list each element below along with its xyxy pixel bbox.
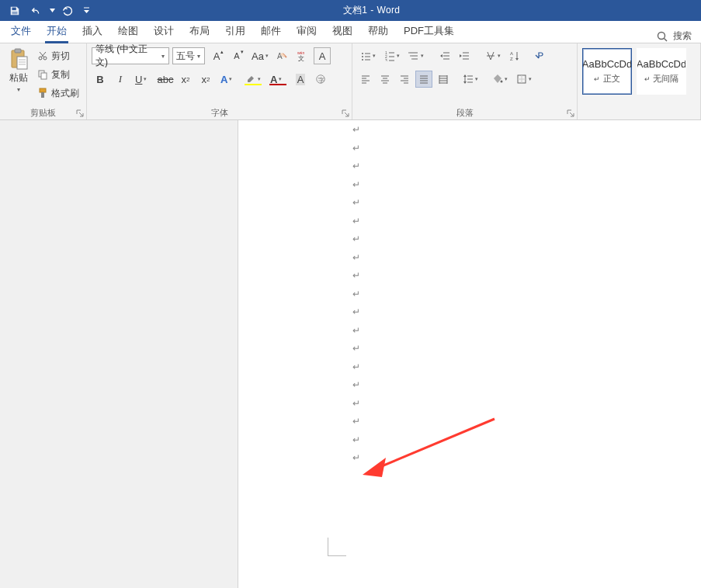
- strikethrough-button[interactable]: abc: [157, 71, 174, 88]
- tab-home[interactable]: 开始: [39, 19, 75, 43]
- paragraph-mark-icon: ↵: [352, 453, 360, 462]
- copy-button[interactable]: 复制: [37, 67, 79, 82]
- tab-references[interactable]: 引用: [217, 19, 253, 43]
- svg-text:3: 3: [385, 58, 387, 61]
- copy-label: 复制: [51, 68, 70, 81]
- sort-button[interactable]: AZ: [506, 47, 528, 64]
- style-normal[interactable]: AaBbCcDd ↵ 正文: [582, 48, 632, 95]
- save-button[interactable]: [5, 2, 25, 19]
- font-group-label: 字体: [211, 107, 228, 119]
- font-color-button[interactable]: A▾: [267, 71, 289, 88]
- undo-dropdown[interactable]: [48, 9, 56, 12]
- change-case-button[interactable]: Aa▾: [248, 47, 270, 64]
- svg-rect-7: [41, 73, 47, 79]
- paragraph-mark-icon: ↵: [352, 289, 360, 299]
- font-name-combo[interactable]: 等线 (中文正文)▾: [92, 47, 169, 64]
- character-border-button[interactable]: A: [314, 47, 331, 64]
- highlight-button[interactable]: ▾: [242, 71, 264, 88]
- show-hide-marks-button[interactable]: [530, 47, 547, 64]
- bullets-button[interactable]: ▾: [357, 47, 379, 64]
- svg-point-17: [362, 59, 363, 61]
- paragraph-mark-icon: ↵: [352, 399, 360, 408]
- distributed-button[interactable]: [435, 71, 452, 88]
- cut-button[interactable]: 剪切: [37, 48, 79, 64]
- document-name: 文档1: [343, 5, 368, 16]
- undo-button[interactable]: [26, 2, 47, 19]
- tab-mailings[interactable]: 邮件: [253, 19, 289, 43]
- align-left-button[interactable]: [357, 71, 374, 88]
- paintbrush-icon: [37, 88, 48, 99]
- font-size-combo[interactable]: 五号▾: [172, 47, 205, 64]
- text-effects-button[interactable]: A▾: [217, 71, 239, 88]
- svg-point-0: [658, 32, 665, 39]
- align-justify-button[interactable]: [415, 71, 432, 88]
- paragraph-mark-icon: ↵: [352, 380, 360, 389]
- tab-review[interactable]: 审阅: [289, 19, 324, 43]
- paragraph-mark-icon: ↵: [352, 344, 360, 353]
- group-clipboard: 粘贴 ▾ 剪切 复制 格式刷 剪贴板: [0, 43, 87, 119]
- clear-formatting-button[interactable]: A: [273, 47, 290, 64]
- character-shading-button[interactable]: A: [292, 71, 309, 88]
- redo-button[interactable]: [57, 2, 78, 19]
- group-font: 等线 (中文正文)▾ 五号▾ A▴ A▾ Aa▾ A wén文 A B I U▾…: [87, 43, 352, 119]
- format-painter-label: 格式刷: [51, 87, 79, 100]
- svg-text:文: 文: [298, 55, 304, 61]
- paragraph-launcher[interactable]: [566, 109, 575, 118]
- borders-button[interactable]: ▾: [513, 71, 535, 88]
- italic-button[interactable]: I: [112, 71, 129, 88]
- multilevel-list-button[interactable]: ▾: [405, 47, 427, 64]
- tab-design[interactable]: 设计: [146, 19, 182, 43]
- shading-button[interactable]: ▾: [489, 71, 511, 88]
- style-no-spacing[interactable]: AaBbCcDd ↵ 无间隔: [637, 48, 686, 95]
- increase-indent-button[interactable]: [456, 47, 473, 64]
- tab-insert[interactable]: 插入: [75, 19, 110, 43]
- line-spacing-button[interactable]: ▾: [460, 71, 481, 88]
- search-icon: [656, 30, 668, 43]
- tab-view[interactable]: 视图: [324, 19, 360, 43]
- decrease-indent-button[interactable]: [436, 47, 453, 64]
- document-page[interactable]: ↵↵↵↵↵↵↵↵↵↵↵↵↵↵↵↵↵↵↵: [238, 120, 701, 588]
- phonetic-guide-button[interactable]: wén文: [293, 47, 311, 64]
- asian-layout-button[interactable]: ▾: [482, 47, 504, 64]
- font-launcher[interactable]: [341, 109, 350, 118]
- underline-button[interactable]: U▾: [132, 71, 154, 88]
- align-right-button[interactable]: [396, 71, 413, 88]
- enclose-characters-button[interactable]: 字: [312, 71, 329, 88]
- align-center-button[interactable]: [377, 71, 394, 88]
- page-viewport[interactable]: ↵↵↵↵↵↵↵↵↵↵↵↵↵↵↵↵↵↵↵: [238, 120, 701, 588]
- tab-help[interactable]: 帮助: [360, 19, 396, 43]
- subscript-button[interactable]: x2: [177, 71, 194, 88]
- tab-layout[interactable]: 布局: [182, 19, 217, 43]
- font-size-value: 五号: [176, 50, 195, 63]
- tab-file[interactable]: 文件: [3, 19, 39, 43]
- quick-access-toolbar: [5, 2, 93, 19]
- bold-button[interactable]: B: [92, 71, 109, 88]
- paragraph-mark-icon: ↵: [352, 198, 360, 207]
- numbering-button[interactable]: 123▾: [381, 47, 403, 64]
- style-normal-preview: AaBbCcDd: [582, 58, 632, 70]
- titlebar: 文档1-Word: [0, 0, 701, 21]
- svg-point-26: [501, 81, 503, 83]
- svg-point-22: [410, 55, 411, 57]
- svg-text:字: 字: [318, 77, 324, 84]
- font-color-swatch: [269, 84, 286, 85]
- highlight-color-swatch: [245, 84, 262, 85]
- paste-button[interactable]: 粘贴 ▾: [5, 47, 33, 93]
- window-title: 文档1-Word: [93, 4, 696, 17]
- superscript-button[interactable]: x2: [197, 71, 214, 88]
- clipboard-launcher[interactable]: [75, 109, 85, 118]
- qat-customize-dropdown[interactable]: [79, 7, 93, 14]
- paste-dropdown-icon: ▾: [17, 86, 20, 93]
- search-box[interactable]: 搜索: [656, 29, 701, 43]
- app-name: Word: [377, 5, 401, 16]
- tab-draw[interactable]: 绘图: [110, 19, 146, 43]
- paragraph-mark-icon: ↵: [352, 362, 360, 372]
- tab-pdf-tools[interactable]: PDF工具集: [396, 19, 462, 43]
- style-no-spacing-preview: AaBbCcDd: [637, 58, 686, 70]
- grow-font-button[interactable]: A▴: [208, 47, 225, 64]
- paragraph-mark-icon: ↵: [352, 307, 360, 316]
- paragraph-mark-icon: ↵: [352, 253, 360, 262]
- format-painter-button[interactable]: 格式刷: [37, 85, 79, 101]
- shrink-font-button[interactable]: A▾: [228, 47, 245, 64]
- navigation-pane[interactable]: [0, 120, 238, 588]
